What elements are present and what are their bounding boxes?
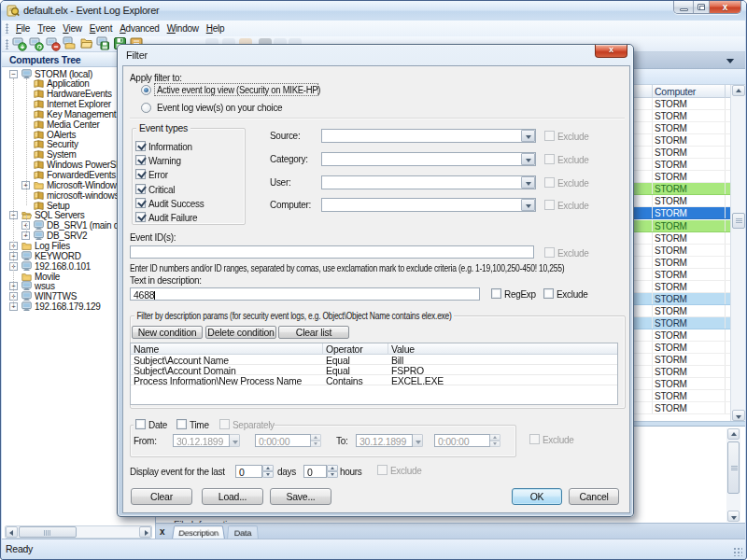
- tree-item-label[interactable]: STORM (local): [35, 69, 92, 79]
- description-vertical-scrollbar[interactable]: [726, 428, 740, 522]
- time-checkbox[interactable]: [176, 419, 187, 429]
- event-ids-input[interactable]: [130, 245, 534, 259]
- spin-down-button[interactable]: [327, 471, 338, 478]
- source-combo-dropdown[interactable]: [521, 130, 535, 142]
- tree-item-label[interactable]: KEYWORD: [35, 251, 81, 261]
- load-button[interactable]: Load...: [202, 488, 263, 505]
- event-type-checkbox-error[interactable]: [135, 169, 146, 179]
- to-time-spinner[interactable]: [489, 434, 500, 447]
- spin-down-button[interactable]: [262, 471, 274, 478]
- condition-row[interactable]: Subject\Account DomainEqualFSPRO: [131, 365, 617, 375]
- scroll-left-button[interactable]: [6, 526, 18, 538]
- computer-cell[interactable]: STORM: [655, 233, 687, 244]
- spin-up-button[interactable]: [489, 434, 500, 441]
- user-exclude-checkbox[interactable]: [544, 177, 555, 188]
- menu-tree[interactable]: Tree: [34, 21, 59, 35]
- column-header-computer[interactable]: Computer: [655, 86, 696, 97]
- tree-item-label[interactable]: System: [47, 149, 77, 160]
- days-spinner[interactable]: [262, 465, 274, 478]
- computer-cell[interactable]: STORM: [655, 294, 687, 304]
- from-time-spinner[interactable]: [310, 434, 321, 447]
- spin-down-button[interactable]: [310, 441, 321, 447]
- tab-data[interactable]: Data: [227, 525, 259, 539]
- regexp-checkbox[interactable]: [491, 288, 501, 299]
- col-name[interactable]: Name: [134, 343, 159, 355]
- computer-cell[interactable]: STORM: [655, 318, 687, 329]
- display-last-exclude-checkbox[interactable]: [377, 465, 388, 475]
- ok-button[interactable]: OK: [512, 488, 562, 505]
- new-condition-button[interactable]: New condition: [132, 326, 203, 339]
- computer-cell[interactable]: STORM: [655, 208, 687, 218]
- scroll-up-button[interactable]: [732, 85, 745, 96]
- refresh-computer-button[interactable]: [29, 36, 44, 51]
- tree-item-label[interactable]: SQL Servers: [35, 210, 85, 220]
- tab-description[interactable]: Description: [172, 525, 225, 539]
- scroll-right-button[interactable]: [139, 526, 151, 538]
- tree-item-label[interactable]: DB_SRV2: [47, 231, 87, 241]
- radio-choice-views[interactable]: [141, 103, 151, 113]
- col-operator[interactable]: Operator: [326, 343, 362, 355]
- computer-cell[interactable]: STORM: [655, 270, 687, 280]
- resize-grip[interactable]: [733, 547, 742, 556]
- computer-cell[interactable]: STORM: [655, 391, 687, 401]
- computer-cell[interactable]: STORM: [655, 123, 687, 133]
- separately-checkbox[interactable]: [219, 419, 230, 429]
- to-date-input[interactable]: 30.12.1899: [356, 434, 413, 447]
- menu-advanced[interactable]: Advanced: [116, 21, 162, 35]
- computer-cell[interactable]: STORM: [655, 196, 687, 206]
- save-log-button[interactable]: [96, 36, 111, 51]
- computer-cell[interactable]: STORM: [655, 403, 687, 413]
- tree-item-label[interactable]: Microsoft-Windows: [47, 180, 120, 190]
- computer-cell[interactable]: STORM: [655, 184, 687, 194]
- tree-item-label[interactable]: Media Center: [47, 119, 99, 130]
- tree-item-label[interactable]: 192.168.179.129: [35, 301, 101, 312]
- days-input[interactable]: 0: [235, 465, 262, 478]
- spin-up-button[interactable]: [310, 434, 321, 441]
- desc-vscroll-thumb[interactable]: [727, 441, 740, 494]
- scroll-up-button[interactable]: [727, 428, 740, 440]
- category-exclude-checkbox[interactable]: [544, 154, 555, 164]
- delete-condition-button[interactable]: Delete condition: [205, 326, 276, 339]
- event-type-checkbox-critical[interactable]: [135, 184, 146, 194]
- dialog-close-button[interactable]: x: [595, 45, 627, 58]
- titlebar[interactable]: default.elx - Event Log Explorer x: [1, 1, 746, 21]
- tree-item-label[interactable]: HardwareEvents: [47, 89, 112, 99]
- hours-spinner[interactable]: [327, 465, 338, 478]
- tree-horizontal-scrollbar[interactable]: [5, 525, 152, 539]
- category-combo-dropdown[interactable]: [521, 153, 535, 165]
- computer-cell[interactable]: STORM: [655, 282, 687, 292]
- spin-up-button[interactable]: [262, 465, 274, 471]
- event-type-checkbox-information[interactable]: [135, 141, 146, 151]
- user-combo-dropdown[interactable]: [521, 176, 535, 189]
- from-date-dropdown[interactable]: [229, 434, 240, 447]
- computer-combo[interactable]: [321, 198, 536, 212]
- computer-cell[interactable]: STORM: [655, 99, 687, 109]
- computer-cell[interactable]: STORM: [655, 245, 687, 256]
- condition-value[interactable]: EXCEL.EXE: [391, 375, 444, 386]
- radio-active-view-label[interactable]: Active event log view (Security on MIKE-…: [157, 85, 320, 95]
- close-button[interactable]: x: [710, 1, 740, 13]
- spin-down-button[interactable]: [489, 441, 500, 447]
- menu-view[interactable]: View: [59, 21, 86, 35]
- computer-cell[interactable]: STORM: [655, 160, 687, 170]
- computer-cell[interactable]: STORM: [655, 367, 687, 377]
- scroll-down-button[interactable]: [732, 410, 745, 421]
- radio-active-view[interactable]: [141, 85, 151, 95]
- clear-list-button[interactable]: Clear list: [278, 326, 349, 339]
- computer-cell[interactable]: STORM: [655, 135, 687, 146]
- tree-item-label[interactable]: Log Files: [35, 241, 70, 251]
- event-type-checkbox-warning[interactable]: [135, 155, 146, 165]
- tree-item-label[interactable]: Internet Explorer: [47, 99, 111, 109]
- open-file-button[interactable]: [79, 36, 94, 51]
- menu-window[interactable]: Window: [163, 21, 203, 35]
- to-date-dropdown[interactable]: [412, 434, 423, 447]
- tree-item-label[interactable]: ForwardedEvents: [47, 170, 116, 180]
- tree-item-label[interactable]: Movile: [35, 272, 60, 282]
- date-checkbox[interactable]: [135, 419, 146, 429]
- tree-item-label[interactable]: Setup: [47, 201, 70, 211]
- tree-item-label[interactable]: OAlerts: [47, 130, 76, 140]
- tree-item-label[interactable]: DB_SRV1 (main db): [47, 220, 126, 231]
- tree-item-label[interactable]: Security: [47, 139, 78, 149]
- event-list-vertical-scrollbar[interactable]: [730, 85, 745, 421]
- minimize-button[interactable]: [674, 1, 694, 13]
